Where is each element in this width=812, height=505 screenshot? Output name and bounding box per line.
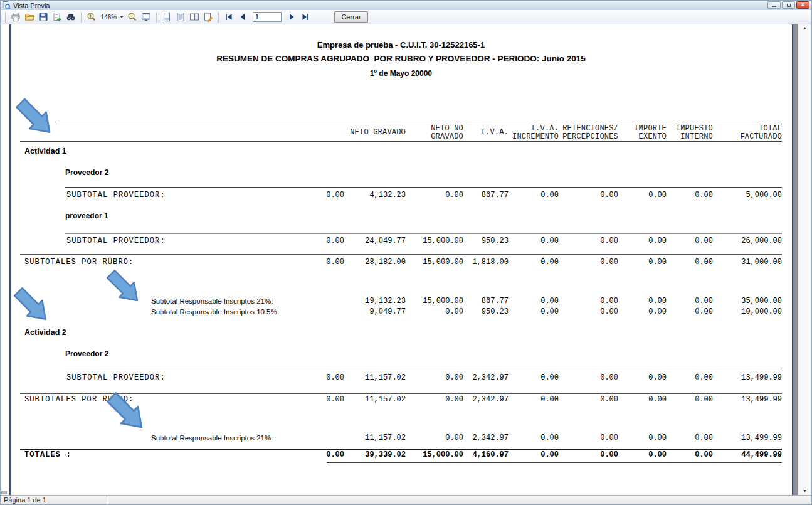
cell-value: 0.00 — [406, 307, 463, 317]
cell-value: 0.00 — [509, 258, 559, 267]
continuous-pages-button[interactable] — [174, 11, 187, 23]
first-page-button[interactable] — [223, 11, 235, 23]
fit-page-icon — [141, 12, 151, 22]
scroll-down-icon[interactable]: ▼ — [798, 488, 811, 494]
single-page-button[interactable] — [161, 11, 173, 23]
cell-value: 24,049.77 — [344, 237, 406, 246]
zoom-in-button[interactable] — [85, 11, 98, 23]
cell-value: 0.00 — [667, 297, 713, 306]
cell-value: 1,818.00 — [463, 258, 509, 267]
search-icon — [66, 12, 76, 22]
row-label: SUBTOTAL PROVEEDOR: — [20, 237, 283, 246]
zoom-level-value[interactable]: 146% — [100, 14, 117, 21]
cell-value: 0.00 — [283, 237, 344, 246]
cell-value: 0.00 — [667, 433, 713, 443]
save-icon — [38, 12, 48, 22]
page-setup-button[interactable] — [202, 11, 214, 23]
preview-area: Empresa de prueba - C.U.I.T. 30-12522165… — [1, 24, 811, 495]
status-bar: Página 1 de 1 — [1, 495, 811, 504]
row-label: SUBTOTALES POR RUBRO: — [20, 258, 283, 267]
minimize-button[interactable] — [767, 1, 781, 9]
open-button[interactable] — [23, 11, 36, 23]
vertical-scrollbar[interactable]: ▲ ▼ — [798, 24, 811, 495]
scroll-corner — [1, 491, 7, 494]
provider-title: Proveedor 2 — [65, 349, 108, 359]
cell-value: 0.00 — [509, 395, 559, 405]
cell-value: 0.00 — [509, 307, 559, 317]
scroll-up-icon[interactable]: ▲ — [798, 25, 811, 31]
cell-value: 0.00 — [509, 297, 559, 306]
cell-value: 2,342.97 — [463, 373, 509, 383]
annotation-arrow-icon — [105, 390, 148, 434]
cell-value: 31,000.00 — [713, 258, 782, 267]
next-page-button[interactable] — [285, 11, 298, 23]
table-rule — [65, 187, 782, 188]
save-button[interactable] — [37, 11, 50, 23]
provider-title: proveedor 1 — [65, 211, 108, 221]
previous-page-button[interactable] — [236, 11, 249, 23]
close-preview-button[interactable]: Cerrar — [334, 11, 368, 23]
search-button[interactable] — [65, 11, 77, 23]
last-page-button[interactable] — [299, 11, 312, 23]
table-column-headers: NETO GRAVADO NETO NOGRAVADO I.V.A. I.V.A… — [20, 124, 782, 141]
cell-value: 35,000.00 — [713, 297, 782, 306]
column-header: IMPUESTOINTERNO — [667, 124, 713, 141]
cell-value: 11,157.02 — [344, 373, 406, 383]
cell-value: 0.00 — [406, 433, 463, 443]
export-icon — [52, 12, 62, 22]
window-controls: × — [767, 1, 809, 9]
cell-value: 15,000.00 — [406, 258, 463, 267]
cell-value: 2,342.97 — [463, 395, 509, 405]
subtotal-provider-row: SUBTOTAL PROVEEDOR: 0.00 24,049.77 15,00… — [20, 237, 782, 246]
cell-value: 28,182.00 — [344, 258, 406, 267]
cell-value: 950.23 — [463, 237, 509, 246]
facing-pages-button[interactable] — [188, 11, 201, 23]
close-button[interactable]: × — [796, 1, 809, 9]
annotation-arrow-icon — [14, 97, 56, 139]
cell-value: 15,000.00 — [406, 237, 463, 246]
report-title: Empresa de prueba - C.U.I.T. 30-12522165… — [20, 40, 782, 50]
row-label: SUBTOTAL PROVEEDOR: — [20, 373, 283, 383]
activity-section-title: Actividad 1 — [24, 147, 66, 156]
column-header: IMPORTEEXENTO — [618, 124, 667, 141]
column-header: TOTALFACTURADO — [713, 124, 782, 141]
annotation-arrow-icon — [105, 268, 144, 306]
tax-subtotal-row: Subtotal Responsable Inscriptos 10.5%: 9… — [20, 307, 782, 317]
cell-value: 0.00 — [618, 258, 667, 267]
cell-value: 0.00 — [509, 191, 559, 200]
cell-value: 0.00 — [283, 373, 344, 383]
cell-value: 950.23 — [463, 307, 509, 317]
toolbar-separator — [156, 12, 157, 23]
facing-pages-icon — [189, 12, 199, 22]
column-header: I.V.A.INCREMENTO — [509, 124, 559, 141]
subtotal-provider-row: SUBTOTAL PROVEEDOR: 0.00 4,132.23 0.00 8… — [20, 191, 782, 200]
restore-button[interactable] — [782, 1, 795, 9]
cell-value: 5,000.00 — [713, 191, 782, 200]
title-bar: Vista Previa × — [1, 1, 811, 11]
cell-value: 0.00 — [509, 373, 559, 383]
cell-value: 11,157.02 — [344, 395, 406, 405]
activity-section-title: Actividad 2 — [24, 328, 66, 338]
cell-value: 0.00 — [667, 373, 713, 383]
annotation-arrow-icon — [11, 286, 53, 325]
page-number-input[interactable] — [253, 12, 282, 22]
cell-value: 0.00 — [406, 191, 463, 200]
row-label: Subtotal Responsable Inscriptos 21%: — [20, 297, 344, 306]
cell-value: 0.00 — [283, 395, 344, 405]
cell-value: 44,499.99 — [713, 450, 782, 460]
row-label: TOTALES : — [20, 450, 283, 460]
zoom-in-icon — [87, 12, 97, 22]
cell-value: 11,157.02 — [344, 433, 406, 443]
cell-value: 0.00 — [283, 191, 344, 200]
print-icon — [11, 12, 21, 22]
totals-row: TOTALES : 0.00 39,339.02 15,000.00 4,160… — [20, 450, 782, 460]
export-button[interactable] — [51, 11, 63, 23]
fit-page-button[interactable] — [140, 11, 152, 23]
tax-subtotal-row: Subtotal Responsable Inscriptos 21%: 11,… — [20, 433, 782, 443]
zoom-dropdown-icon[interactable] — [120, 16, 124, 18]
status-page-info: Página 1 de 1 — [1, 496, 107, 504]
zoom-out-button[interactable] — [126, 11, 139, 23]
print-button[interactable] — [9, 11, 22, 23]
cell-value: 26,000.00 — [713, 237, 782, 246]
cell-value: 867.77 — [463, 191, 509, 200]
